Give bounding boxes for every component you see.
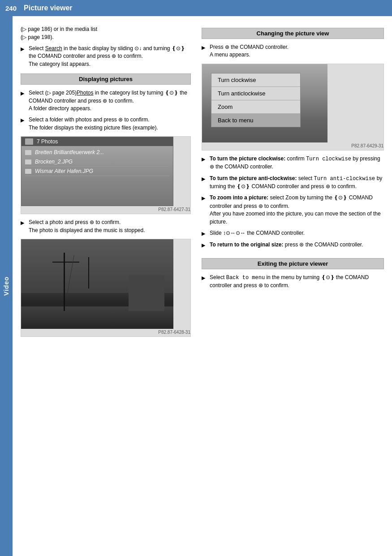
turn-cw-label: To turn the picture clockwise: <box>210 155 285 162</box>
bullet-slide: ▶ Slide ↕⊙↔⊙↔ the COMAND controller. <box>202 229 384 237</box>
bullet-press-controller: ▶ Press ⊛ the COMAND controller.A menu a… <box>202 43 384 59</box>
turn-cw-cmd: Turn clockwise <box>306 156 351 162</box>
bullet-photo-text: Select a photo and press ⊛ to confirm. T… <box>29 219 191 234</box>
left-column: (▷ page 186) or in the media list(▷ page… <box>21 25 191 547</box>
section-displaying-pictures: Displaying pictures <box>21 73 191 85</box>
turn-anti-text: To turn the picture anti-clockwise: sele… <box>210 175 384 191</box>
mast-boom <box>52 262 79 263</box>
side-tab: Video <box>0 16 13 556</box>
back-to-menu-cmd: Back to menu <box>226 275 265 281</box>
menu-item-anticlockwise: Turn anticlockwise <box>211 87 300 100</box>
folder-screenshot: 7 Photos Bretten Brilliantfeuerwerk 2...… <box>21 136 191 214</box>
page-header: 240 Picture viewer <box>0 0 392 16</box>
photo-caption: P82.87-6428-31 <box>21 330 190 335</box>
bullet-folder-text: Select a folder with photos and press ⊛ … <box>29 116 191 132</box>
bullet-arrow: ▶ <box>21 46 27 68</box>
file-name-2: Brocken_2.JPG <box>35 159 73 165</box>
menu-screenshot-bg: Turn clockwise Turn anticlockwise Zoom B… <box>202 64 327 142</box>
section-exiting: Exiting the picture viewer <box>202 258 384 269</box>
building <box>129 275 164 311</box>
folder-count: 7 Photos <box>37 138 58 145</box>
intro-para-1: (▷ page 186) or in the media list(▷ page… <box>21 25 191 41</box>
photos-keyword: Photos <box>77 90 93 96</box>
turn-acw-cmd: Turn anti-clockwise <box>314 176 375 182</box>
zoom-label: To zoom into a picture: <box>210 194 268 201</box>
bullet-zoom: ▶ To zoom into a picture: select Zoom by… <box>202 194 384 226</box>
content-area: (▷ page 186) or in the media list(▷ page… <box>13 16 392 556</box>
folder-row-1: Bretten Brilliantfeuerwerk 2... <box>25 148 169 157</box>
bullet-arrow-r4: ▶ <box>202 195 208 226</box>
photo-screenshot: P82.87-6428-31 <box>21 239 191 337</box>
bullet-turn-anti: ▶ To turn the picture anti-clockwise: se… <box>202 175 384 191</box>
page-number: 240 <box>5 4 17 12</box>
menu-item-back: Back to menu <box>211 114 300 127</box>
right-column: Changing the picture view ▶ Press ⊛ the … <box>202 25 384 547</box>
folder-row-2: Brocken_2.JPG <box>25 157 169 167</box>
intro-bullet-search: ▶ Select Search in the basic display by … <box>21 45 191 68</box>
turn-acw-label: To turn the picture anti-clockwise: <box>210 175 297 181</box>
folder-row-3: Wismar Alter Hafen.JPG <box>25 167 169 176</box>
bullet-arrow-r3: ▶ <box>202 176 208 191</box>
menu-overlay: Turn clockwise Turn anticlockwise Zoom B… <box>211 73 301 127</box>
file-icon-3 <box>25 169 31 174</box>
boat-photo-image <box>21 239 173 329</box>
bullet-arrow-r7: ▶ <box>202 275 208 290</box>
main-layout: Video (▷ page 186) or in the media list(… <box>0 16 392 556</box>
original-size-text: To return to the original size: press ⊛ … <box>210 241 384 249</box>
bullet-photos-text: Select (▷ page 205)Photos in the categor… <box>29 89 191 112</box>
bullet-arrow-r2: ▶ <box>202 156 208 171</box>
bullet-arrow-3: ▶ <box>21 220 27 234</box>
search-keyword: Search <box>45 45 62 52</box>
folder-view-image: 7 Photos Bretten Brilliantfeuerwerk 2...… <box>21 137 173 206</box>
section-changing-view: Changing the picture view <box>202 28 384 39</box>
bullet-arrow-1: ▶ <box>21 90 27 112</box>
folder-caption: P82.87-6427-31 <box>21 207 190 212</box>
bullet-exit: ▶ Select Back to menu in the menu by tur… <box>202 274 384 290</box>
menu-screenshot-container: Turn clockwise Turn anticlockwise Zoom B… <box>202 64 384 151</box>
orig-size-label: To return to the original size: <box>210 241 283 248</box>
intro-search-text: Select Search in the basic display by sl… <box>29 45 191 68</box>
zoom-text: To zoom into a picture: select Zoom by t… <box>210 194 384 226</box>
bullet-select-folder: ▶ Select a folder with photos and press … <box>21 116 191 132</box>
folder-rows: Bretten Brilliantfeuerwerk 2... Brocken_… <box>22 146 173 178</box>
mast-2 <box>88 257 89 289</box>
folder-icon <box>25 138 33 145</box>
file-icon-2 <box>25 159 31 164</box>
bullet-turn-clockwise: ▶ To turn the picture clockwise: confirm… <box>202 155 384 171</box>
side-tab-label: Video <box>3 276 10 296</box>
turn-clockwise-text: To turn the picture clockwise: confirm T… <box>210 155 384 171</box>
page-title: Picture viewer <box>24 4 73 12</box>
bullet-arrow-r5: ▶ <box>202 230 208 237</box>
press-controller-text: Press ⊛ the COMAND controller.A menu app… <box>210 43 384 59</box>
slide-text: Slide ↕⊙↔⊙↔ the COMAND controller. <box>210 229 384 237</box>
bullet-arrow-2: ▶ <box>21 117 27 132</box>
folder-header-row: 7 Photos <box>22 137 173 146</box>
bullet-arrow-r1: ▶ <box>202 44 208 59</box>
exit-text: Select Back to menu in the menu by turni… <box>210 274 384 290</box>
menu-item-zoom: Zoom <box>211 100 300 114</box>
file-name-1: Bretten Brilliantfeuerwerk 2... <box>35 149 104 155</box>
menu-caption: P82.87-6429-31 <box>202 143 383 148</box>
menu-item-clockwise: Turn clockwise <box>211 73 300 87</box>
bullet-select-photos: ▶ Select (▷ page 205)Photos in the categ… <box>21 89 191 112</box>
zoom-cmd: Zoom <box>285 195 298 201</box>
file-icon-1 <box>25 150 31 155</box>
bullet-arrow-r6: ▶ <box>202 242 208 249</box>
exiting-section: Exiting the picture viewer ▶ Select Back… <box>202 258 384 290</box>
bullet-original-size: ▶ To return to the original size: press … <box>202 241 384 249</box>
bullet-select-photo: ▶ Select a photo and press ⊛ to confirm.… <box>21 219 191 234</box>
file-name-3: Wismar Alter Hafen.JPG <box>35 168 93 174</box>
